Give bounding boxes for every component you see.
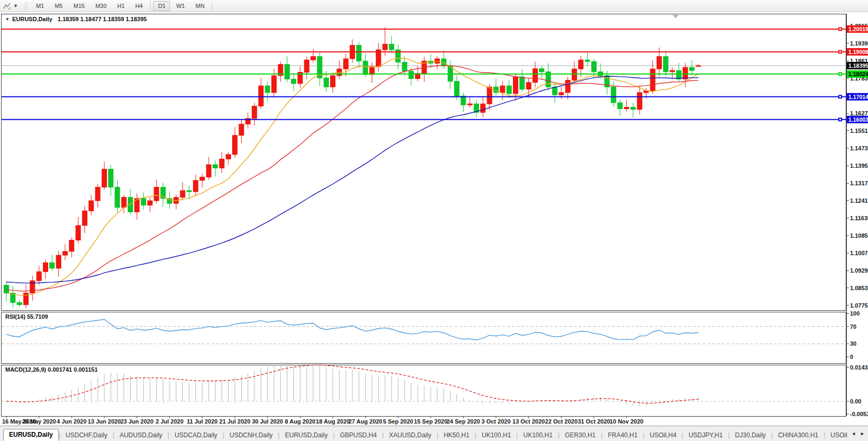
chart-canvas[interactable]: 1.201501.193901.186101.178301.170501.162…	[0, 0, 868, 441]
candle-body	[500, 86, 505, 93]
candle-body	[455, 82, 459, 96]
macd-axis-tick-label: -0.005396	[850, 411, 868, 417]
chart-tab-audusd-daily[interactable]: AUDUSD,Daily	[114, 430, 168, 441]
chart-tab-uk100-h1[interactable]: UK100,H1	[518, 430, 557, 441]
candle-body	[89, 201, 94, 211]
chart-tab-usdchf-daily[interactable]: USDCHF,Daily	[60, 430, 113, 441]
date-axis-label: 11 Jul 2020	[187, 418, 218, 425]
candle-body	[206, 165, 211, 177]
price-tag-label: 1.17014	[848, 94, 868, 100]
chart-tab-eurusd-daily[interactable]: EURUSD,Daily	[3, 429, 59, 441]
candle-body	[552, 87, 557, 95]
chart-tab-eurusd-daily[interactable]: EURUSD,Daily	[280, 430, 333, 441]
candle-body	[154, 187, 159, 201]
price-axis-tick-label: 1.10070	[850, 250, 868, 256]
chart-tab-usoil-h4[interactable]: USOil,H4	[644, 430, 681, 441]
candle-body	[30, 281, 35, 293]
candle-body	[572, 69, 577, 80]
line-handle-center	[839, 28, 841, 30]
chart-tab-xauusd-daily[interactable]: XAUUSD,Daily	[384, 430, 437, 441]
date-axis-label: 27 Aug 2020	[349, 418, 383, 425]
candle-body	[657, 57, 662, 69]
candle-body	[56, 255, 61, 268]
candle-body	[63, 251, 67, 255]
candle-body	[213, 165, 218, 168]
price-tag-label: 1.19008	[848, 49, 868, 55]
price-axis-tick-label: 1.16270	[850, 110, 868, 116]
candle-body	[259, 86, 263, 106]
price-axis-tick-label: 1.13170	[850, 180, 868, 186]
candle-body	[331, 76, 335, 87]
chart-tab-usdjpy-h1[interactable]: USDJPY,H1	[683, 430, 728, 441]
candle-body	[383, 44, 387, 50]
date-axis-label: 13 Oct 2020	[512, 418, 545, 425]
candle-body	[17, 302, 22, 304]
candle-body	[507, 86, 511, 94]
mt4-terminal-window: { "toolbar": { "indicator_icon": "zigzag…	[0, 0, 868, 441]
candle-body	[109, 169, 113, 187]
candle-body	[513, 77, 518, 94]
line-handle-center	[839, 51, 841, 52]
macd-axis-tick-label: 0.00	[850, 398, 861, 404]
candle-body	[82, 211, 87, 226]
chart-title: ▼ EURUSD,Daily 1.18359 1.18477 1.18359 1…	[5, 16, 147, 22]
date-axis-label: 2 Jul 2020	[156, 418, 184, 425]
candle-body	[219, 159, 224, 168]
price-axis-tick-label: 1.15510	[850, 128, 868, 134]
date-axis-label: 3 Oct 2020	[481, 418, 510, 425]
chart-tab-hk50-h1[interactable]: HK50,H1	[438, 430, 475, 441]
date-axis-label: 15 Sep 2020	[414, 418, 447, 425]
candle-body	[311, 57, 316, 60]
candle-body	[265, 86, 270, 93]
candle-body	[369, 67, 374, 75]
price-axis-tick-label: 1.08530	[850, 285, 868, 291]
price-tag-label: 1.18395	[848, 62, 868, 69]
date-axis-label: 30 Jul 2020	[252, 418, 283, 425]
candle-body	[148, 201, 153, 205]
price-axis-tick-label: 1.11630	[850, 215, 868, 221]
chart-symbol-period: EURUSD,Daily	[12, 16, 52, 22]
candle-body	[121, 197, 126, 208]
collapse-triangle-icon[interactable]: ▼	[5, 17, 10, 22]
candle-body	[363, 61, 368, 75]
tab-scroll-right-icon[interactable]: ►	[860, 431, 865, 436]
chart-tab-fra40-h1[interactable]: FRA40,H1	[603, 430, 643, 441]
chart-tab-usdcnh-daily[interactable]: USDCNH,Daily	[224, 430, 278, 441]
macd-pane	[2, 365, 846, 417]
date-axis-label: 22 Oct 2020	[545, 418, 578, 425]
candle-body	[533, 69, 537, 83]
date-axis-label: 24 Sep 2020	[447, 418, 480, 425]
chart-tab-china300-h1[interactable]: CHINA300,H1	[773, 430, 823, 441]
price-tag-label: 1.16003	[848, 116, 868, 123]
macd-indicator-label: MACD(12,26,9) 0.001741 0.001151	[5, 366, 98, 373]
price-axis-tick-label: 1.14730	[850, 145, 868, 151]
chart-tab-uk100-h1[interactable]: UK100,H1	[476, 430, 516, 441]
chart-tab-gbpusd-h4[interactable]: GBPUSD,H4	[335, 430, 382, 441]
candle-body	[252, 106, 257, 118]
chart-tab-usoil-h1[interactable]: USOil,H1	[825, 430, 848, 441]
candle-body	[50, 263, 55, 268]
candle-body	[76, 226, 81, 240]
candle-body	[539, 69, 544, 72]
date-axis-label: 21 Jul 2020	[219, 418, 251, 425]
tab-scroll-left-icon[interactable]: ◄	[851, 431, 856, 436]
candle-body	[585, 60, 590, 61]
chart-tab-dj30-daily[interactable]: DJ30,Daily	[730, 430, 771, 441]
candle-body	[696, 66, 701, 67]
main-chart-pane	[2, 14, 846, 311]
chart-tab-bar: EURUSD,Daily|USDCHF,Daily|AUDUSD,Daily|U…	[0, 426, 868, 441]
chart-tab-usdcad-daily[interactable]: USDCAD,Daily	[169, 430, 223, 441]
candle-body	[637, 93, 642, 110]
candle-body	[409, 71, 413, 78]
candle-body	[200, 177, 205, 180]
date-axis-label: 4 Jun 2020	[57, 418, 86, 425]
candle-body	[461, 96, 466, 105]
candle-body	[180, 191, 185, 197]
candle-body	[187, 191, 191, 192]
candle-body	[324, 78, 329, 87]
date-axis-label: 13 Jun 2020	[88, 418, 121, 425]
price-axis-tick-label: 1.09290	[850, 267, 868, 274]
candle-body	[102, 169, 107, 187]
candle-body	[487, 87, 492, 104]
chart-tab-ger30-h1[interactable]: GER30,H1	[560, 430, 601, 441]
